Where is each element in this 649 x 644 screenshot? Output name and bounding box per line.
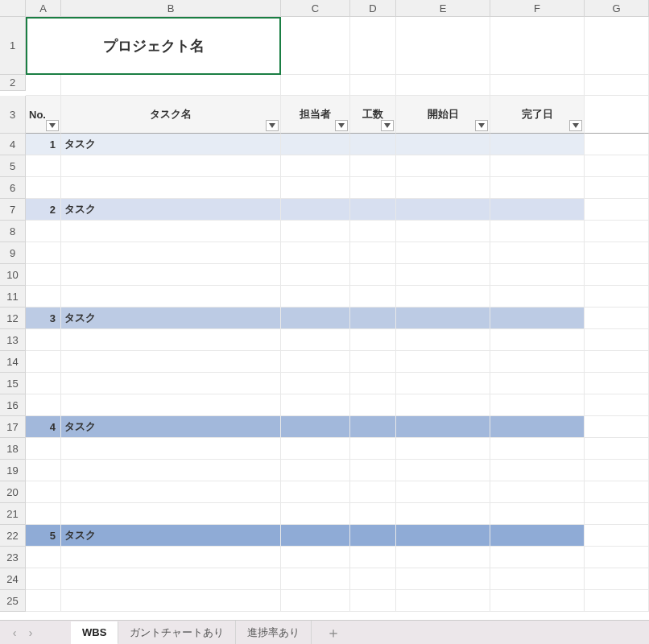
filter-button-start-date[interactable] [475, 120, 488, 131]
cell-a21[interactable] [26, 503, 61, 525]
cell-c5[interactable] [281, 155, 350, 177]
cell-g10[interactable] [585, 264, 649, 286]
cell-e22[interactable] [396, 525, 490, 547]
row-header-7[interactable]: 7 [0, 199, 26, 221]
row-header-18[interactable]: 18 [0, 438, 26, 460]
cell-c1[interactable] [281, 17, 350, 75]
header-task-name[interactable]: タスク名 [61, 96, 281, 134]
cell-g3[interactable] [585, 96, 649, 134]
cell-f18[interactable] [490, 438, 585, 460]
cell-c15[interactable] [281, 373, 350, 394]
cell-e1[interactable] [396, 17, 490, 75]
row-header-10[interactable]: 10 [0, 264, 26, 286]
row-header-8[interactable]: 8 [0, 221, 26, 242]
cell-g22[interactable] [585, 525, 649, 547]
cell-a18[interactable] [26, 438, 61, 460]
cell-b15[interactable] [61, 373, 281, 394]
cell-a14[interactable] [26, 351, 61, 373]
cell-a9[interactable] [26, 242, 61, 264]
sheet-tab-progress[interactable]: 進捗率あり [236, 621, 312, 644]
cell-a19[interactable] [26, 460, 61, 481]
header-assignee[interactable]: 担当者 [281, 96, 350, 134]
cell-e24[interactable] [396, 568, 490, 590]
cell-e5[interactable] [396, 155, 490, 177]
cell-e19[interactable] [396, 460, 490, 481]
tab-nav-prev[interactable]: ‹ [6, 625, 23, 641]
col-header-c[interactable]: C [281, 0, 350, 17]
cell-b2[interactable] [61, 75, 281, 96]
cell-d11[interactable] [350, 286, 396, 308]
row-header-9[interactable]: 9 [0, 242, 26, 264]
col-header-e[interactable]: E [396, 0, 490, 17]
cell-a15[interactable] [26, 373, 61, 394]
cell-b10[interactable] [61, 264, 281, 286]
cell-c10[interactable] [281, 264, 350, 286]
cell-e16[interactable] [396, 394, 490, 416]
sheet-tab-gantt[interactable]: ガントチャートあり [118, 621, 236, 644]
cell-c12[interactable] [281, 308, 350, 329]
cell-f6[interactable] [490, 177, 585, 199]
filter-button-effort[interactable] [381, 120, 394, 131]
cell-g17[interactable] [585, 416, 649, 438]
row-header-22[interactable]: 22 [0, 525, 26, 547]
cell-g9[interactable] [585, 242, 649, 264]
cell-b8[interactable] [61, 221, 281, 242]
cell-b19[interactable] [61, 460, 281, 481]
row-header-16[interactable]: 16 [0, 394, 26, 416]
cell-b14[interactable] [61, 351, 281, 373]
cell-c20[interactable] [281, 481, 350, 503]
cell-e20[interactable] [396, 481, 490, 503]
cell-f11[interactable] [490, 286, 585, 308]
cell-b24[interactable] [61, 568, 281, 590]
row-header-25[interactable]: 25 [0, 590, 26, 612]
cell-g16[interactable] [585, 394, 649, 416]
cell-f7[interactable] [490, 199, 585, 221]
cell-b18[interactable] [61, 438, 281, 460]
cell-e12[interactable] [396, 308, 490, 329]
cell-a5[interactable] [26, 155, 61, 177]
filter-button-task-name[interactable] [266, 120, 279, 131]
cell-c7[interactable] [281, 199, 350, 221]
col-header-b[interactable]: B [61, 0, 281, 17]
cell-d15[interactable] [350, 373, 396, 394]
cell-d16[interactable] [350, 394, 396, 416]
cell-d8[interactable] [350, 221, 396, 242]
tab-nav-next[interactable]: › [23, 625, 39, 641]
cell-c21[interactable] [281, 503, 350, 525]
cell-e8[interactable] [396, 221, 490, 242]
cell-e21[interactable] [396, 503, 490, 525]
row-header-3[interactable]: 3 [0, 96, 26, 134]
cell-f4[interactable] [490, 134, 585, 155]
project-title-cell[interactable]: プロジェクト名 [26, 17, 281, 75]
cell-e15[interactable] [396, 373, 490, 394]
cell-b7[interactable]: タスク [61, 199, 281, 221]
cell-a4[interactable]: 1 [26, 134, 61, 155]
cell-g23[interactable] [585, 547, 649, 568]
cell-b17[interactable]: タスク [61, 416, 281, 438]
cell-d4[interactable] [350, 134, 396, 155]
cell-c18[interactable] [281, 438, 350, 460]
cell-e18[interactable] [396, 438, 490, 460]
cell-a12[interactable]: 3 [26, 308, 61, 329]
cell-c19[interactable] [281, 460, 350, 481]
row-header-24[interactable]: 24 [0, 568, 26, 590]
cell-g18[interactable] [585, 438, 649, 460]
cell-a23[interactable] [26, 547, 61, 568]
cell-c6[interactable] [281, 177, 350, 199]
cell-g8[interactable] [585, 221, 649, 242]
cell-b6[interactable] [61, 177, 281, 199]
filter-button-assignee[interactable] [335, 120, 348, 131]
row-header-1[interactable]: 1 [0, 17, 26, 75]
cell-c16[interactable] [281, 394, 350, 416]
cell-b13[interactable] [61, 329, 281, 351]
cell-e23[interactable] [396, 547, 490, 568]
cell-g14[interactable] [585, 351, 649, 373]
cell-d20[interactable] [350, 481, 396, 503]
cell-g20[interactable] [585, 481, 649, 503]
cell-d7[interactable] [350, 199, 396, 221]
cell-e17[interactable] [396, 416, 490, 438]
cell-e11[interactable] [396, 286, 490, 308]
cell-b21[interactable] [61, 503, 281, 525]
cell-d1[interactable] [350, 17, 396, 75]
cell-f5[interactable] [490, 155, 585, 177]
